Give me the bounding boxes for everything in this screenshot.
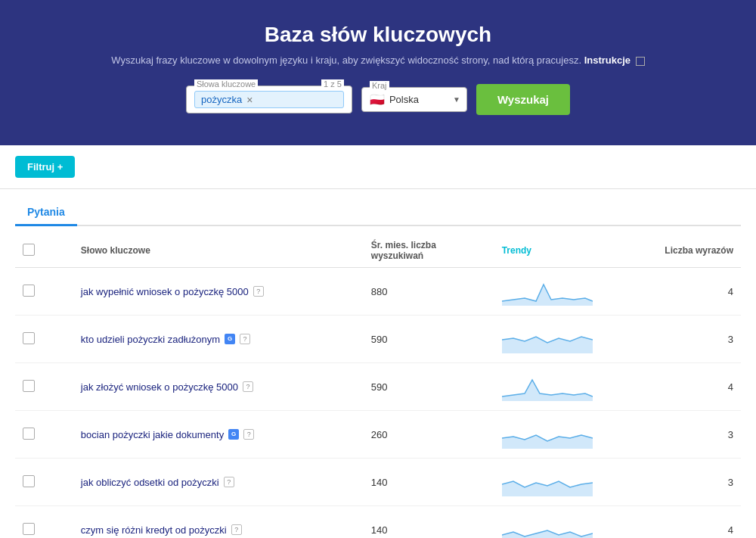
volume-cell: 590 xyxy=(364,363,494,411)
keyword-text: bocian pożyczki jakie dokumenty xyxy=(81,429,224,440)
keyword-cell: czym się różni kredyt od pożyczki? xyxy=(81,524,356,536)
keyword-text: kto udzieli pożyczki zadłużonym xyxy=(81,334,220,345)
trend-cell xyxy=(494,459,654,506)
sparkline xyxy=(502,325,593,353)
sparkline xyxy=(502,372,593,401)
col-header-words: Liczba wyrazów xyxy=(654,234,741,268)
results-table: Słowo kluczowe Śr. mies. liczba wyszukiw… xyxy=(15,234,741,538)
sparkline xyxy=(502,277,593,306)
words-cell: 3 xyxy=(654,316,741,363)
table-row: jak obliczyć odsetki od pożyczki?140 3 xyxy=(15,459,741,506)
chevron-down-icon: ▼ xyxy=(453,95,460,104)
trend-cell xyxy=(494,363,654,411)
keyword-cell: jak wypełnić wniosek o pożyczkę 5000? xyxy=(81,286,356,297)
table-row: jak wypełnić wniosek o pożyczkę 5000?880… xyxy=(15,268,741,316)
volume-cell: 140 xyxy=(364,506,494,539)
words-cell: 3 xyxy=(654,411,741,459)
col-header-keyword: Słowo kluczowe xyxy=(73,234,364,268)
volume-cell: 590 xyxy=(364,316,494,363)
trend-cell xyxy=(494,411,654,459)
table-row: jak złożyć wniosek o pożyczkę 5000?590 4 xyxy=(15,363,741,411)
keyword-text: jak obliczyć odsetki od pożyczki xyxy=(81,477,219,488)
col-header-trend[interactable]: Trendy xyxy=(494,234,654,268)
info-icon: ? xyxy=(231,524,242,535)
keyword-tag-remove[interactable]: × xyxy=(246,95,253,105)
keyword-counter: 1 z 5 xyxy=(321,79,344,89)
info-icon: ? xyxy=(243,381,253,392)
external-link-icon xyxy=(636,57,645,66)
page-title: Baza słów kluczowych xyxy=(15,23,741,47)
words-cell: 4 xyxy=(654,506,741,539)
trend-cell xyxy=(494,268,654,316)
keyword-cell: kto udzieli pożyczki zadłużonymG? xyxy=(81,334,356,345)
page-subtitle: Wyszukaj frazy kluczowe w dowolnym język… xyxy=(15,54,741,66)
tab-pytania[interactable]: Pytania xyxy=(15,200,77,226)
search-row: Słowa kluczowe 1 z 5 pożyczka × Kraj 🇵🇱 … xyxy=(15,84,741,115)
row-checkbox-5[interactable] xyxy=(23,523,35,535)
google-icon: G xyxy=(225,334,235,344)
select-all-checkbox[interactable] xyxy=(23,244,35,256)
sparkline xyxy=(502,515,593,538)
svg-marker-5 xyxy=(502,530,593,538)
trend-cell xyxy=(494,506,654,539)
keyword-cell: jak złożyć wniosek o pożyczkę 5000? xyxy=(81,381,356,393)
keyword-text: jak złożyć wniosek o pożyczkę 5000 xyxy=(81,381,238,393)
sparkline xyxy=(502,468,593,496)
table-area: Pytania Słowo kluczowe Śr. mies. liczba … xyxy=(0,189,756,538)
col-header-checkbox xyxy=(15,234,73,268)
info-icon: ? xyxy=(253,286,264,297)
keyword-cell: jak obliczyć odsetki od pożyczki? xyxy=(81,477,356,488)
table-row: czym się różni kredyt od pożyczki?140 4 xyxy=(15,506,741,539)
info-icon: ? xyxy=(240,334,250,344)
country-field-label: Kraj xyxy=(370,81,389,90)
words-cell: 4 xyxy=(654,268,741,316)
filter-bar: Filtruj + xyxy=(0,145,756,189)
volume-cell: 260 xyxy=(364,411,494,459)
google-icon: G xyxy=(228,429,239,440)
instructions-link[interactable]: Instrukcje xyxy=(584,54,631,66)
row-checkbox-2[interactable] xyxy=(23,380,35,392)
table-row: kto udzieli pożyczki zadłużonymG?590 3 xyxy=(15,316,741,363)
country-name: Polska xyxy=(389,94,419,105)
keyword-input-box[interactable]: Słowa kluczowe 1 z 5 pożyczka × xyxy=(186,86,352,114)
info-icon: ? xyxy=(243,429,254,440)
row-checkbox-0[interactable] xyxy=(23,285,35,297)
row-checkbox-4[interactable] xyxy=(23,475,35,487)
svg-marker-4 xyxy=(502,481,593,496)
keyword-field-label: Słowa kluczowe xyxy=(194,79,258,89)
svg-marker-0 xyxy=(502,285,593,306)
sparkline xyxy=(502,420,593,449)
row-checkbox-3[interactable] xyxy=(23,428,35,440)
volume-cell: 880 xyxy=(364,268,494,316)
search-button[interactable]: Wyszukaj xyxy=(476,84,570,115)
filter-button[interactable]: Filtruj + xyxy=(15,156,75,178)
info-icon: ? xyxy=(224,477,234,487)
tab-row: Pytania xyxy=(15,189,741,226)
col-header-volume: Śr. mies. liczba wyszukiwań xyxy=(364,234,494,268)
keyword-cell: bocian pożyczki jakie dokumentyG? xyxy=(81,429,356,440)
page-header: Baza słów kluczowych Wyszukaj frazy kluc… xyxy=(0,0,756,145)
keyword-tag[interactable]: pożyczka × xyxy=(194,91,344,108)
country-flag: 🇵🇱 xyxy=(370,92,385,107)
volume-cell: 140 xyxy=(364,459,494,506)
country-selector[interactable]: Kraj 🇵🇱 Polska ▼ xyxy=(361,87,467,112)
keyword-text: czym się różni kredyt od pożyczki xyxy=(81,524,227,536)
svg-marker-2 xyxy=(502,380,593,401)
words-cell: 3 xyxy=(654,459,741,506)
table-row: bocian pożyczki jakie dokumentyG?260 3 xyxy=(15,411,741,459)
trend-cell xyxy=(494,316,654,363)
keyword-text: jak wypełnić wniosek o pożyczkę 5000 xyxy=(81,286,249,297)
row-checkbox-1[interactable] xyxy=(23,332,35,344)
keyword-tag-text: pożyczka xyxy=(201,94,242,105)
words-cell: 4 xyxy=(654,363,741,411)
